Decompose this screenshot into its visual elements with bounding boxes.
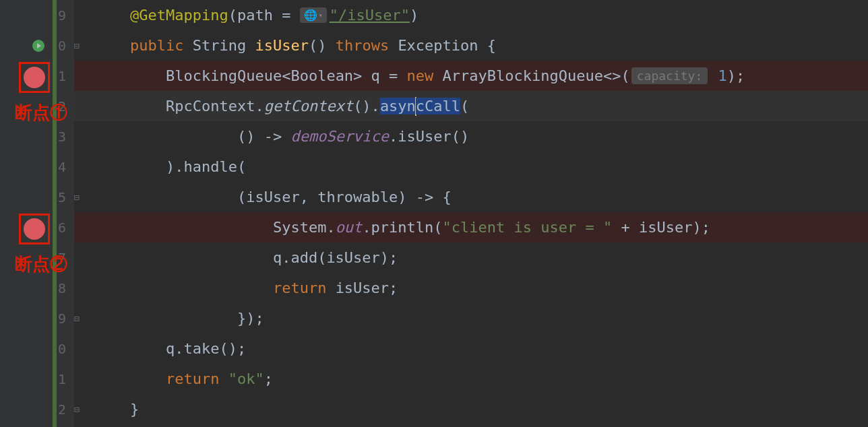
code-line-current[interactable]: RpcContext.getContext().asyncCall( xyxy=(74,91,868,121)
code-line[interactable]: return isUser; xyxy=(74,273,868,303)
line-number: 0 xyxy=(50,38,66,54)
line-number: 4 xyxy=(50,159,66,175)
code-line[interactable]: return "ok"; xyxy=(74,364,868,394)
globe-icon[interactable]: 🌐▾ xyxy=(300,7,327,23)
code-line[interactable]: q.add(isUser); xyxy=(74,242,868,273)
line-number: 0 xyxy=(50,341,66,357)
line-number: 3 xyxy=(50,129,66,145)
breakpoint-label-2: 断点② xyxy=(15,253,67,276)
run-gutter-icon[interactable] xyxy=(32,40,44,52)
url-string: "/isUser" xyxy=(330,7,410,24)
code-line[interactable]: ).handle( xyxy=(74,152,868,182)
line-number: 5 xyxy=(50,189,66,205)
code-area[interactable]: @GetMapping(path = 🌐▾"/isUser") public S… xyxy=(74,0,868,427)
line-number: 9 xyxy=(50,310,66,327)
code-line[interactable]: () -> demoService.isUser() xyxy=(74,121,868,152)
code-line-breakpoint[interactable]: BlockingQueue<Boolean> q = new ArrayBloc… xyxy=(74,61,868,91)
gutter: 9 0⊟ 1 2 3 4 5⊟ 6 7 8 9⊟ 0 1 2⊟ 断点① 断点② xyxy=(0,0,74,427)
code-line[interactable]: (isUser, throwable) -> { xyxy=(74,182,868,212)
code-editor: 9 0⊟ 1 2 3 4 5⊟ 6 7 8 9⊟ 0 1 2⊟ 断点① 断点② … xyxy=(0,0,868,427)
line-number: 9 xyxy=(50,7,66,24)
line-number: 8 xyxy=(50,280,66,296)
code-line-breakpoint[interactable]: System.out.println("client is user = " +… xyxy=(74,212,868,242)
gutter-row[interactable]: 9⊟ xyxy=(0,303,74,333)
breakpoint-icon[interactable] xyxy=(24,67,45,88)
gutter-row[interactable]: 9 xyxy=(0,0,74,30)
gutter-row[interactable]: 8 xyxy=(0,273,74,303)
gutter-row[interactable]: 0 xyxy=(0,333,74,364)
line-number: 6 xyxy=(50,220,66,236)
code-line[interactable]: }); xyxy=(74,303,868,333)
gutter-row[interactable]: 3 xyxy=(0,121,74,152)
code-line[interactable]: public String isUser() throws Exception … xyxy=(74,30,868,61)
gutter-row[interactable]: 2⊟ xyxy=(0,394,74,424)
breakpoint-label-1: 断点① xyxy=(15,101,67,125)
code-line[interactable]: } xyxy=(74,394,868,424)
code-line[interactable]: q.take(); xyxy=(74,333,868,364)
line-number: 1 xyxy=(50,371,66,387)
annotation: @GetMapping xyxy=(130,7,228,24)
line-number: 1 xyxy=(50,68,66,84)
gutter-row[interactable]: 5⊟ xyxy=(0,182,74,212)
line-number: 2 xyxy=(50,401,66,418)
gutter-row[interactable]: 0⊟ xyxy=(0,30,74,61)
gutter-row[interactable]: 4 xyxy=(0,152,74,182)
breakpoint-icon[interactable] xyxy=(24,218,45,240)
gutter-row[interactable]: 1 xyxy=(0,364,74,394)
parameter-hint: capacity: xyxy=(631,67,708,84)
code-line[interactable]: @GetMapping(path = 🌐▾"/isUser") xyxy=(74,0,868,30)
